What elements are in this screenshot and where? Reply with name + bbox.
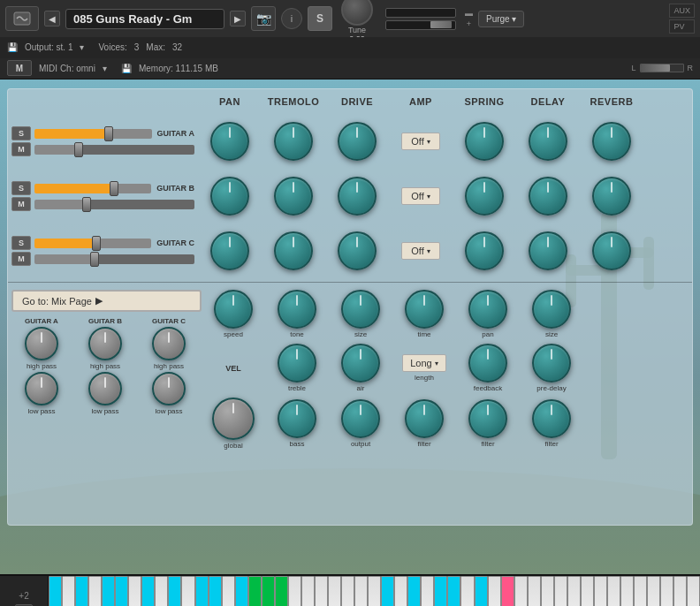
piano-key-w13[interactable] <box>209 576 222 606</box>
guitar-b-pan-knob[interactable] <box>210 177 249 216</box>
guitar-a-pan-knob[interactable] <box>210 122 249 161</box>
guitar-a-mute[interactable]: M <box>11 142 31 156</box>
piano-key-w25[interactable] <box>368 576 381 606</box>
plus-button[interactable]: + <box>467 19 471 28</box>
piano-key-w37[interactable] <box>528 576 541 606</box>
guitar-a-solo[interactable]: S <box>11 126 31 140</box>
pan-knob[interactable] <box>468 290 507 329</box>
piano-key-w9[interactable] <box>155 576 168 606</box>
piano-key-w24[interactable] <box>354 576 368 606</box>
piano-key-w18[interactable] <box>275 576 288 606</box>
piano-key-w11[interactable] <box>181 576 194 606</box>
air-knob[interactable] <box>341 344 380 383</box>
guitar-c-mute[interactable]: M <box>11 252 31 266</box>
guitar-c-solo[interactable]: S <box>11 236 31 250</box>
piano-key-w3[interactable] <box>75 576 88 606</box>
guitar-a-amp-button[interactable]: Off ▾ <box>401 133 439 150</box>
piano-key-w42[interactable] <box>594 576 607 606</box>
piano-key-w4[interactable] <box>88 576 102 606</box>
delay-filter-knob[interactable] <box>468 399 507 438</box>
size-knob[interactable] <box>341 290 380 329</box>
guitar-a-reverb-knob[interactable] <box>592 122 631 161</box>
guitar-c-amp-button[interactable]: Off ▾ <box>401 242 439 260</box>
piano-key-w10[interactable] <box>168 576 181 606</box>
time-knob[interactable] <box>405 290 444 329</box>
piano-key-w2[interactable] <box>62 576 75 606</box>
output-knob[interactable] <box>341 399 380 438</box>
guitar-b-solo[interactable]: S <box>11 181 31 195</box>
guitar-c-tremolo-knob[interactable] <box>274 231 313 270</box>
minus-button[interactable]: ▬ <box>465 9 473 18</box>
piano-key-w20[interactable] <box>301 576 315 606</box>
piano-key-w36[interactable] <box>514 576 528 606</box>
go-mix-button[interactable]: Go to: Mix Page ▶ <box>11 290 202 312</box>
spring-filter-knob[interactable] <box>405 399 444 438</box>
piano-key-w27[interactable] <box>394 576 407 606</box>
piano-key-w21[interactable] <box>315 576 328 606</box>
piano-key-w22[interactable] <box>328 576 341 606</box>
guitar-b-tremolo-knob[interactable] <box>274 177 313 216</box>
piano-key-w35[interactable] <box>501 576 514 606</box>
piano-key-w40[interactable] <box>567 576 581 606</box>
s-button[interactable]: S <box>308 6 332 31</box>
piano-key-w49[interactable] <box>687 576 700 606</box>
piano-key-w28[interactable] <box>407 576 421 606</box>
piano-key-w32[interactable] <box>460 576 474 606</box>
guitar-c-lowpass-knob[interactable] <box>152 372 186 405</box>
guitar-b-pan-slider[interactable] <box>34 200 194 209</box>
piano-key-w12[interactable] <box>195 576 209 606</box>
tune-knob[interactable] <box>341 0 373 26</box>
piano-key-w16[interactable] <box>248 576 262 606</box>
piano-key-w38[interactable] <box>541 576 554 606</box>
piano-key-w1[interactable] <box>49 576 62 606</box>
piano-key-w45[interactable] <box>634 576 647 606</box>
feedback-knob[interactable] <box>468 344 507 383</box>
piano-key-w44[interactable] <box>620 576 634 606</box>
piano-key-w34[interactable] <box>488 576 501 606</box>
guitar-a-delay-knob[interactable] <box>529 122 567 161</box>
guitar-a-spring-knob[interactable] <box>465 122 504 161</box>
global-knob[interactable] <box>212 398 255 440</box>
piano-key-w26[interactable] <box>381 576 394 606</box>
piano-key-w15[interactable] <box>235 576 248 606</box>
purge-button[interactable]: Purge ▾ <box>478 11 524 27</box>
guitar-c-drive-knob[interactable] <box>338 231 377 270</box>
piano-key-w8[interactable] <box>141 576 155 606</box>
piano-key-w19[interactable] <box>288 576 301 606</box>
guitar-c-pan-slider[interactable] <box>34 254 194 264</box>
piano-key-w31[interactable] <box>447 576 460 606</box>
piano-key-w47[interactable] <box>660 576 673 606</box>
guitar-b-delay-knob[interactable] <box>529 177 567 216</box>
reverb-size-knob[interactable] <box>532 290 571 329</box>
speed-knob[interactable] <box>214 290 253 329</box>
piano-key-w30[interactable] <box>434 576 447 606</box>
camera-button[interactable]: 📷 <box>251 6 276 31</box>
guitar-b-drive-knob[interactable] <box>338 177 377 216</box>
piano-key-w23[interactable] <box>341 576 354 606</box>
guitar-a-tremolo-knob[interactable] <box>274 122 313 161</box>
guitar-c-reverb-knob[interactable] <box>592 231 631 270</box>
guitar-c-highpass-knob[interactable] <box>152 327 186 360</box>
guitar-a-lowpass-knob[interactable] <box>25 372 58 405</box>
predelay-knob[interactable] <box>532 344 571 383</box>
nav-prev-button[interactable]: ◀ <box>44 11 60 27</box>
lr-slider[interactable] <box>640 64 684 72</box>
reverb-filter-knob[interactable] <box>532 399 571 438</box>
guitar-b-reverb-knob[interactable] <box>592 177 631 216</box>
guitar-a-vol-slider[interactable] <box>34 129 152 139</box>
piano-key-w48[interactable] <box>673 576 687 606</box>
bass-knob[interactable] <box>278 399 316 438</box>
info-button[interactable]: i <box>281 8 302 29</box>
tone-knob[interactable] <box>278 290 316 329</box>
guitar-b-mute[interactable]: M <box>11 197 31 211</box>
guitar-c-vol-slider[interactable] <box>34 239 151 248</box>
guitar-a-highpass-knob[interactable] <box>25 327 58 360</box>
piano-key-w6[interactable] <box>115 576 128 606</box>
guitar-b-lowpass-knob[interactable] <box>88 372 122 405</box>
guitar-b-spring-knob[interactable] <box>465 177 504 216</box>
piano-key-w14[interactable] <box>222 576 235 606</box>
nav-next-button[interactable]: ▶ <box>230 11 246 27</box>
guitar-b-vol-slider[interactable] <box>34 184 151 193</box>
m-button[interactable]: M <box>7 60 32 76</box>
guitar-b-highpass-knob[interactable] <box>88 327 122 360</box>
